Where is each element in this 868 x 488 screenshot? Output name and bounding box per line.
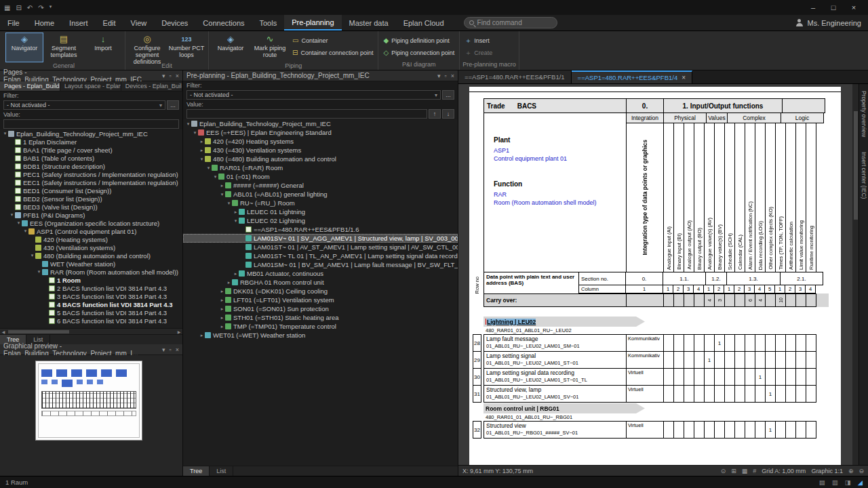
tree-item[interactable]: ▸ LEUEC 01 Lightning — [183, 207, 458, 216]
preview-panel-header[interactable]: Graphical preview - Eplan_Building_Techn… — [0, 344, 182, 355]
maximize-button[interactable]: □ — [823, 0, 844, 15]
section-band[interactable]: Room control unit | RBG01 480_RAR01_01_A… — [484, 403, 829, 422]
tree-item[interactable]: LAM01SM~ 01 | BV_SM_AMEV1 | Lamp fault m… — [183, 260, 458, 269]
tree-item[interactable]: ▸ 430 (=430) Ventilation systems — [183, 146, 458, 155]
tree-expander-icon[interactable]: ▸ — [219, 183, 225, 188]
grid-size-indicator[interactable]: Grid A: 1,00 mm — [762, 468, 806, 474]
filter-dropdown[interactable]: - Not activated - ▾ — [3, 100, 165, 110]
tree-item[interactable]: 420 (Heating systems) — [0, 235, 182, 243]
tree-item[interactable]: ▸ WET01 (=WET) Weather station — [183, 331, 458, 340]
datapoint-row[interactable]: 32 Structured view 01_ABL01_RU~_RBG01_##… — [473, 421, 829, 439]
status-layout-icon[interactable]: ▤ — [819, 479, 825, 486]
tree-expander-icon[interactable]: ▾ — [2, 131, 8, 136]
tree-item[interactable]: 3 BACS function list VDI 3814 Part 4.3 — [0, 292, 182, 300]
panel-dropdown-icon[interactable]: ▾ — [162, 346, 165, 353]
tree-expander-icon[interactable]: ▸ — [226, 280, 232, 285]
tree-expander-icon[interactable]: ▾ — [185, 121, 191, 127]
drawing-canvas[interactable]: Row no Trade BACS 0. 1. Input/Output fun… — [458, 84, 859, 465]
ribbon-tab[interactable]: Connections — [195, 15, 252, 30]
tree-item[interactable]: ▾ EES (=+EES) | Eplan Engineering Standa… — [183, 128, 458, 137]
panel-dropdown-icon[interactable]: ▾ — [162, 73, 165, 79]
tree-expander-icon[interactable]: ▸ — [219, 315, 225, 321]
close-button[interactable]: × — [844, 0, 864, 15]
tree-expander-icon[interactable]: ▸ — [199, 139, 205, 144]
tree-expander-icon[interactable]: ▾ — [219, 192, 225, 197]
status-grid-icon[interactable]: ▥ — [832, 479, 838, 486]
ribbon-tab[interactable]: Tools — [252, 15, 285, 30]
tree-item[interactable]: EEC1 (Safety instructions / Implementati… — [0, 178, 182, 186]
piping-connection-point-button[interactable]: ◇ Piping connection point — [381, 47, 456, 58]
tree-item[interactable]: ▾ 480 (Building automation and control) — [0, 251, 182, 260]
tree-item[interactable]: ▸ ##### (=#####) General — [183, 181, 458, 190]
undo-icon[interactable]: ↶ — [27, 4, 33, 12]
qat-dropdown-icon[interactable]: ▾ — [50, 4, 52, 12]
value-input[interactable] — [3, 119, 179, 129]
tree-item[interactable]: ▸ TMP (=TMP01) Temperature control — [183, 322, 458, 331]
datapoint-row[interactable]: 29 Lamp setting signal 01_ABL01_RU~_LEU0… — [473, 351, 829, 369]
panel-close-icon[interactable]: × — [451, 73, 454, 79]
tree-item[interactable]: LAM01SV~ 01 | SV_AGG_AMEV1 | Structured … — [183, 234, 458, 243]
tree-expander-icon[interactable]: ▾ — [233, 218, 239, 224]
tree-expander-icon[interactable]: ▸ — [219, 324, 225, 329]
filter-dropdown[interactable]: - Not activated - ▾ — [186, 90, 441, 100]
tree-item[interactable]: ▾ RAR (Room (Room automation shell model… — [0, 268, 182, 276]
app-menu-icon[interactable]: ▦ — [4, 4, 10, 12]
ribbon-tab[interactable]: Pre-planning — [284, 15, 341, 30]
tree-item[interactable]: BED2 (Sensor list (Design)) — [0, 195, 182, 203]
save-icon[interactable]: ⊟ — [16, 4, 21, 12]
pages-panel-header[interactable]: Pages - Eplan_Building_Technology_Projec… — [0, 70, 182, 81]
ribbon-tab[interactable]: Master data — [342, 15, 396, 30]
tree-item[interactable]: 4 BACS function list VDI 3814 Part 4.3 — [0, 300, 182, 308]
logic-toggle-icon[interactable]: ⊙ — [721, 468, 726, 474]
minimize-button[interactable]: – — [803, 0, 823, 15]
tree-item[interactable]: WET (Weather station) — [0, 260, 182, 268]
scroll-right-icon[interactable]: ▶ — [176, 329, 182, 334]
ribbon-tab[interactable]: Devices — [154, 15, 195, 30]
segment-templates-button[interactable]: ▤ Segment templates — [45, 33, 83, 62]
preplanning-panel-header[interactable]: Pre-planning - Eplan_Building_Technology… — [183, 70, 458, 81]
navigator-button[interactable]: ◈ Navigator — [5, 33, 43, 62]
tree-expander-icon[interactable]: ▸ — [219, 289, 225, 294]
tree-item[interactable]: ▸ RBGHA 01 Room control unit — [183, 278, 458, 287]
import-button[interactable]: ↓ Import — [84, 33, 122, 62]
create-macro-button[interactable]: ＋ Create — [462, 47, 494, 58]
container-button[interactable]: ▭ Container — [290, 35, 375, 45]
status-notification-icon[interactable]: ◢ — [858, 479, 863, 486]
graphical-preview[interactable] — [0, 355, 182, 476]
ribbon-tab[interactable]: Home — [27, 15, 62, 30]
ribbon-tab[interactable]: Eplan Cloud — [396, 15, 452, 30]
tree-item[interactable]: ▾ RU~ (=RU_) Room — [183, 199, 458, 207]
tree-expander-icon[interactable]: ▾ — [29, 253, 35, 258]
tab-close-icon[interactable]: × — [682, 74, 686, 81]
status-panel-icon[interactable]: ◨ — [845, 479, 851, 486]
tree-item[interactable]: BED3 (Valve list (Design)) — [0, 203, 182, 211]
tree-item[interactable]: ▸ MB01 Actuator, continuous — [183, 269, 458, 278]
tree-item[interactable]: ▾ RAR01 (=RAR) Room — [183, 163, 458, 172]
value-input[interactable] — [186, 109, 427, 119]
dock-side-tab[interactable]: Property overview — [861, 87, 867, 141]
value-down-button[interactable]: ↓ — [442, 109, 454, 119]
insert-macro-button[interactable]: ＋ Insert — [462, 35, 494, 45]
tree-item[interactable]: LAM01ST~ TL 01 | TL_AN_P_AMEV1 | Lamp se… — [183, 251, 458, 260]
tree-item[interactable]: ▾ 01 (=01) Room — [183, 172, 458, 181]
ribbon-tab[interactable]: File — [0, 15, 27, 30]
tree-item[interactable]: 2 BACS function list VDI 3814 Part 4.3 — [0, 284, 182, 292]
value-up-button[interactable]: ↑ — [429, 109, 441, 119]
tree-expander-icon[interactable]: ▸ — [233, 271, 239, 277]
tree-expander-icon[interactable]: ▾ — [205, 165, 212, 171]
dock-tab[interactable]: Pages - Eplan_Buildin... — [0, 81, 60, 91]
number-pct-loops-button[interactable]: 123 Number PCT loops — [167, 33, 205, 62]
tree-item[interactable]: ▾ LEUEC 02 Lightning — [183, 216, 458, 225]
tree-item[interactable]: 5 BACS function list VDI 3814 Part 4.3 — [0, 308, 182, 317]
tree-item[interactable]: ▸ LFT01 (=LFT01) Ventilation system — [183, 296, 458, 304]
tree-item[interactable]: 6 BACS function list VDI 3814 Part 4.3 — [0, 317, 182, 325]
redo-icon[interactable]: ↷ — [38, 4, 43, 12]
tree-item[interactable]: ▸ SON01 (=SON01) Sun protection — [183, 304, 458, 313]
tree-expander-icon[interactable]: ▾ — [36, 269, 42, 274]
document-tab[interactable]: ==ASP1=480.RAR++EES&PFB1/4 × — [572, 70, 692, 83]
tree-item[interactable]: BDB1 (Structure description) — [0, 162, 182, 170]
tree-item[interactable]: ▾ 480 (=480) Building automation and con… — [183, 155, 458, 163]
tree-item[interactable]: ▸ 420 (=420) Heating systems — [183, 137, 458, 146]
plant-link[interactable]: ASP1 — [494, 146, 626, 155]
scroll-left-icon[interactable]: ◀ — [0, 329, 7, 334]
